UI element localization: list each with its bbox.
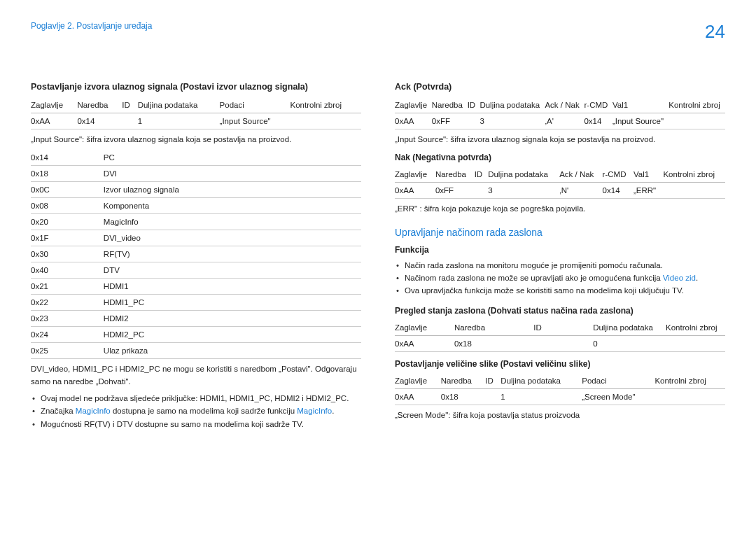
table-header-row: Zaglavlje Naredba ID Duljina podataka Po… — [31, 97, 361, 113]
table-row: 0x14PC — [31, 150, 361, 166]
dvi-note: DVI_video, HDMI1_PC i HDMI2_PC ne mogu s… — [31, 363, 361, 388]
ack-note: „Input Source": šifra izvora ulaznog sig… — [395, 134, 725, 146]
video-zid-link[interactable]: Video zid — [663, 274, 696, 282]
nak-title: Nak (Negativna potvrda) — [395, 153, 725, 162]
th-kontrolni: Kontrolni zbroj — [290, 97, 361, 113]
table-row: 0x23HDMI2 — [31, 311, 361, 327]
content-columns: Postavljanje izvora ulaznog signala (Pos… — [31, 78, 725, 439]
table-row: 0x18DVI — [31, 166, 361, 182]
table-row: 0x40DTV — [31, 262, 361, 279]
table-header-row: ZaglavljeNaredbaIDDuljina podatakaKontro… — [395, 320, 725, 336]
table-row: 0x21HDMI1 — [31, 279, 361, 295]
table-row: 0xAA 0x14 1 „Input Source" — [31, 113, 361, 129]
table-row: 0xAA0xFF3‚A'0x14„Input Source" — [395, 113, 725, 129]
bullet-item: Način rada zaslona na monitoru moguće je… — [395, 259, 725, 272]
th-zaglavlje: Zaglavlje — [31, 97, 77, 113]
source-codes-table: 0x14PC0x18DVI0x0CIzvor ulaznog signala0x… — [31, 150, 361, 359]
table-row: 0x30RF(TV) — [31, 246, 361, 262]
table-row: 0x24HDMI2_PC — [31, 327, 361, 343]
bullet-item: Ovaj model ne podržava sljedeće priključ… — [31, 392, 361, 405]
table-row: 0x25Ulaz prikaza — [31, 343, 361, 359]
table-row: 0x0CIzvor ulaznog signala — [31, 182, 361, 198]
table-header-row: ZaglavljeNaredbaIDDuljina podatakaPodaci… — [395, 373, 725, 389]
th-id: ID — [122, 97, 137, 113]
bullet-item: Značajka MagicInfo dostupna je samo na m… — [31, 405, 361, 417]
view-screen-title: Pregled stanja zaslona (Dohvati status n… — [395, 306, 725, 316]
table-row: 0xAA0x180 — [395, 335, 725, 351]
table-header-row: ZaglavljeNaredbaIDDuljina podatakaAck / … — [395, 97, 725, 113]
nak-note: „ERR" : šifra koja pokazuje koja se pogr… — [395, 203, 725, 215]
ack-title: Ack (Potvrda) — [395, 82, 725, 92]
nak-table: ZaglavljeNaredbaIDDuljina podatakaAck / … — [395, 167, 725, 199]
left-column: Postavljanje izvora ulaznog signala (Pos… — [31, 78, 361, 439]
ack-table: ZaglavljeNaredbaIDDuljina podatakaAck / … — [395, 97, 725, 129]
right-column: Ack (Potvrda) ZaglavljeNaredbaIDDuljina … — [395, 78, 725, 439]
table-row: 0x20MagicInfo — [31, 214, 361, 230]
bullet-item: Ova upravljačka funkcija može se koristi… — [395, 284, 725, 297]
funkcija-bullets: Način rada zaslona na monitoru moguće je… — [395, 259, 725, 297]
chapter-title: Poglavlje 2. Postavljanje uređaja — [31, 21, 152, 31]
page-number: 24 — [705, 21, 725, 43]
table-row: 0x1FDVI_video — [31, 230, 361, 246]
view-screen-table: ZaglavljeNaredbaIDDuljina podatakaKontro… — [395, 320, 725, 352]
screen-mode-section-title: Upravljanje načinom rada zaslona — [395, 227, 725, 238]
bullet-item: Načinom rada zaslona ne može se upravlja… — [395, 272, 725, 284]
table-row: 0xAA0xFF3‚N'0x14„ERR" — [395, 183, 725, 199]
input-source-note: „Input Source": šifra izvora ulaznog sig… — [31, 134, 361, 146]
set-size-title: Postavljanje veličine slike (Postavi vel… — [395, 359, 725, 369]
table-row: 0x22HDMI1_PC — [31, 295, 361, 311]
screen-mode-note: „Screen Mode": šifra koja postavlja stat… — [395, 409, 725, 421]
page-header: Poglavlje 2. Postavljanje uređaja 24 — [31, 21, 725, 43]
th-duljina: Duljina podataka — [138, 97, 220, 113]
set-size-table: ZaglavljeNaredbaIDDuljina podatakaPodaci… — [395, 373, 725, 405]
table-row: 0xAA0x181„Screen Mode" — [395, 388, 725, 405]
magicinfo-link[interactable]: MagicInfo — [297, 407, 332, 415]
set-input-source-table: Zaglavlje Naredba ID Duljina podataka Po… — [31, 97, 361, 129]
funkcija-title: Funkcija — [395, 245, 725, 255]
magicinfo-link[interactable]: MagicInfo — [76, 407, 111, 415]
set-input-source-title: Postavljanje izvora ulaznog signala (Pos… — [31, 82, 361, 92]
left-bullets: Ovaj model ne podržava sljedeće priključ… — [31, 392, 361, 430]
table-header-row: ZaglavljeNaredbaIDDuljina podatakaAck / … — [395, 167, 725, 183]
th-naredba: Naredba — [77, 97, 122, 113]
th-podaci: Podaci — [220, 97, 290, 113]
table-row: 0x08Komponenta — [31, 198, 361, 214]
bullet-item: Mogućnosti RF(TV) i DTV dostupne su samo… — [31, 418, 361, 430]
